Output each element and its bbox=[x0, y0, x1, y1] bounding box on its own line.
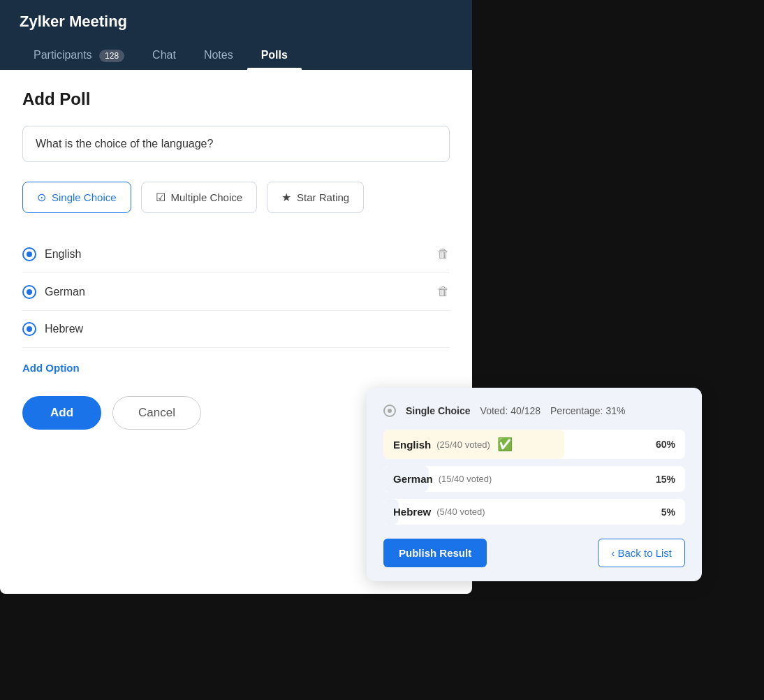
option-row: German 🗑 bbox=[22, 273, 450, 311]
cancel-button[interactable]: Cancel bbox=[112, 396, 201, 430]
result-bars: English (25/40 voted) ✅ 60% German (15/4… bbox=[383, 430, 685, 525]
result-bar-hebrew: Hebrew (5/40 voted) 5% bbox=[383, 499, 685, 525]
tab-chat[interactable]: Chat bbox=[138, 42, 190, 70]
add-button[interactable]: Add bbox=[22, 396, 101, 430]
question-input[interactable] bbox=[22, 126, 450, 162]
option-radio-hebrew bbox=[22, 322, 36, 336]
result-percent-english: 60% bbox=[656, 439, 675, 450]
result-percent-german: 15% bbox=[656, 474, 675, 485]
result-bar-english: English (25/40 voted) ✅ 60% bbox=[383, 430, 685, 459]
results-type-icon bbox=[383, 404, 396, 417]
option-row: English 🗑 bbox=[22, 235, 450, 273]
header: Zylker Meeting Participants 128 Chat Not… bbox=[0, 0, 472, 70]
back-to-list-button[interactable]: ‹ Back to List bbox=[598, 539, 685, 567]
result-bar-content-hebrew: Hebrew (5/40 voted) 5% bbox=[393, 506, 675, 518]
publish-result-button[interactable]: Publish Result bbox=[383, 539, 487, 567]
result-voted-sub-english: (25/40 voted) bbox=[436, 439, 490, 450]
results-footer: Publish Result ‹ Back to List bbox=[383, 539, 685, 567]
tabs: Participants 128 Chat Notes Polls bbox=[20, 42, 453, 70]
tab-polls[interactable]: Polls bbox=[247, 42, 302, 70]
delete-option-german[interactable]: 🗑 bbox=[437, 284, 450, 299]
page-title: Add Poll bbox=[22, 89, 450, 109]
multiple-choice-icon: ☑ bbox=[156, 191, 166, 204]
participants-badge: 128 bbox=[99, 50, 124, 62]
delete-option-english[interactable]: 🗑 bbox=[437, 247, 450, 261]
add-option-link[interactable]: Add Option bbox=[22, 362, 450, 374]
single-choice-icon: ⊙ bbox=[37, 191, 46, 204]
result-lang-english: English bbox=[393, 439, 431, 451]
star-rating-button[interactable]: ★ Star Rating bbox=[267, 182, 364, 213]
star-rating-icon: ★ bbox=[281, 191, 291, 204]
option-row: Hebrew bbox=[22, 311, 450, 348]
result-voted-sub-hebrew: (5/40 voted) bbox=[436, 506, 485, 517]
option-label-english: English bbox=[45, 248, 429, 261]
result-bar-content-english: English (25/40 voted) ✅ 60% bbox=[393, 437, 675, 452]
tab-notes[interactable]: Notes bbox=[190, 42, 247, 70]
results-header: Single Choice Voted: 40/128 Percentage: … bbox=[383, 404, 685, 417]
option-label-hebrew: Hebrew bbox=[45, 323, 450, 335]
results-percentage: Percentage: 31% bbox=[550, 405, 625, 416]
multiple-choice-button[interactable]: ☑ Multiple Choice bbox=[141, 182, 258, 213]
choice-types: ⊙ Single Choice ☑ Multiple Choice ★ Star… bbox=[22, 182, 450, 213]
option-radio-german bbox=[22, 285, 36, 299]
tab-participants[interactable]: Participants 128 bbox=[20, 42, 138, 70]
options-list: English 🗑 German 🗑 Hebrew bbox=[22, 235, 450, 348]
single-choice-button[interactable]: ⊙ Single Choice bbox=[22, 182, 131, 213]
option-label-german: German bbox=[45, 286, 429, 298]
result-lang-hebrew: Hebrew bbox=[393, 506, 431, 518]
results-panel: Single Choice Voted: 40/128 Percentage: … bbox=[367, 388, 702, 581]
app-title: Zylker Meeting bbox=[20, 13, 453, 31]
result-winner-icon-english: ✅ bbox=[497, 437, 513, 452]
result-lang-german: German bbox=[393, 473, 433, 485]
option-radio-english bbox=[22, 247, 36, 261]
result-percent-hebrew: 5% bbox=[661, 506, 675, 518]
result-bar-german: German (15/40 voted) 15% bbox=[383, 466, 685, 492]
results-type-label: Single Choice bbox=[406, 405, 471, 416]
results-voted: Voted: 40/128 bbox=[480, 405, 541, 416]
result-bar-content-german: German (15/40 voted) 15% bbox=[393, 473, 675, 485]
result-voted-sub-german: (15/40 voted) bbox=[439, 474, 492, 484]
